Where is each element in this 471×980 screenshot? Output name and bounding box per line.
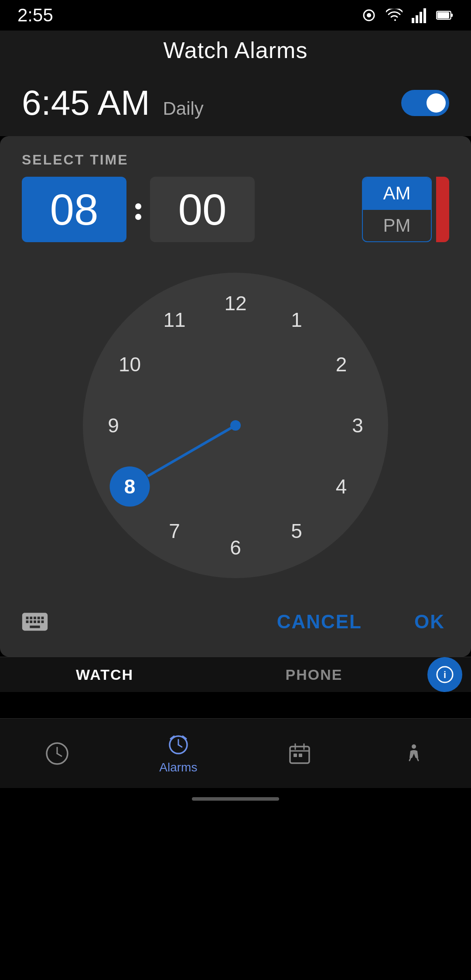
svg-text:8: 8 — [124, 475, 136, 498]
info-icon: i — [436, 666, 454, 683]
svg-point-51 — [412, 744, 416, 749]
svg-rect-4 — [420, 12, 422, 23]
status-bar: 2:55 — [0, 0, 471, 31]
svg-line-39 — [57, 754, 61, 756]
wifi-icon — [386, 7, 403, 24]
am-option[interactable]: AM — [363, 178, 431, 209]
keyboard-button[interactable] — [17, 604, 52, 639]
alarm-time: 6:45 AM — [22, 83, 150, 123]
alarms-icon — [166, 733, 191, 757]
time-colon — [132, 177, 145, 247]
bottom-nav: Alarms — [0, 718, 471, 788]
alarm-label: Daily — [163, 98, 204, 119]
colon-dot-top — [135, 203, 141, 209]
svg-text:10: 10 — [119, 353, 141, 376]
clock-center-dot — [231, 421, 240, 430]
svg-rect-49 — [294, 754, 297, 757]
colon-dot-bottom — [135, 214, 141, 220]
ampm-selector[interactable]: AM PM — [362, 177, 432, 242]
svg-rect-8 — [437, 12, 449, 19]
alarm-toggle[interactable] — [401, 90, 449, 116]
clock-container: 121234567891011 — [0, 247, 471, 596]
svg-text:7: 7 — [169, 520, 180, 542]
pm-option[interactable]: PM — [363, 210, 431, 241]
svg-text:11: 11 — [163, 308, 185, 331]
hours-value: 08 — [50, 188, 98, 231]
page-title-bar: Watch Alarms — [0, 31, 471, 70]
battery-icon — [436, 7, 454, 24]
ok-button[interactable]: OK — [406, 607, 454, 637]
svg-text:3: 3 — [352, 414, 363, 437]
svg-rect-7 — [451, 14, 453, 17]
svg-rect-50 — [299, 754, 302, 757]
svg-rect-5 — [423, 8, 426, 23]
svg-rect-3 — [416, 15, 418, 23]
dialog-actions: CANCEL OK — [0, 596, 471, 657]
svg-text:6: 6 — [230, 536, 241, 559]
svg-text:9: 9 — [108, 414, 119, 437]
minutes-value: 00 — [178, 188, 226, 231]
nav-item-calendar[interactable] — [279, 737, 321, 770]
source-tabs: WATCH PHONE i — [0, 657, 471, 692]
status-time: 2:55 — [17, 5, 53, 26]
minutes-segment[interactable]: 00 — [150, 177, 255, 242]
home-bar — [192, 797, 279, 801]
svg-line-42 — [178, 745, 182, 747]
hours-segment[interactable]: 08 — [22, 177, 126, 242]
svg-text:i: i — [444, 669, 446, 680]
calendar-icon — [287, 741, 312, 766]
alarm-card: 6:45 AM Daily — [0, 70, 471, 136]
svg-text:1: 1 — [291, 308, 302, 331]
svg-line-9 — [149, 425, 236, 476]
source-tab-phone[interactable]: PHONE — [209, 657, 419, 692]
status-icons — [360, 7, 454, 24]
keyboard-icon — [20, 607, 50, 637]
nav-item-clock[interactable] — [36, 737, 78, 770]
svg-text:12: 12 — [224, 292, 246, 315]
svg-text:4: 4 — [336, 475, 347, 498]
clock-icon — [45, 741, 69, 766]
signal-icon — [411, 7, 428, 24]
cancel-button[interactable]: CANCEL — [268, 607, 371, 637]
page-title: Watch Alarms — [164, 37, 308, 63]
notification-dot-icon — [360, 7, 378, 24]
nav-item-activity[interactable] — [393, 737, 435, 770]
home-indicator — [0, 788, 471, 810]
source-tab-watch[interactable]: WATCH — [0, 657, 209, 692]
info-button[interactable]: i — [427, 657, 462, 692]
spacer — [0, 692, 471, 718]
time-picker-dialog: SELECT TIME 08 00 AM PM 121234567891011 — [0, 136, 471, 657]
select-time-label: SELECT TIME — [0, 136, 471, 177]
activity-icon — [402, 741, 426, 766]
nav-label-alarms: Alarms — [159, 761, 197, 774]
nav-item-alarms[interactable]: Alarms — [150, 728, 206, 779]
alarm-info: 6:45 AM Daily — [22, 83, 204, 123]
svg-text:2: 2 — [336, 353, 347, 376]
svg-rect-2 — [412, 18, 414, 23]
clock-face: 121234567891011 — [83, 273, 388, 578]
svg-point-1 — [367, 13, 371, 17]
svg-text:5: 5 — [291, 520, 302, 542]
time-picker-header: 08 00 AM PM — [0, 177, 471, 247]
action-buttons: CANCEL OK — [268, 607, 454, 637]
